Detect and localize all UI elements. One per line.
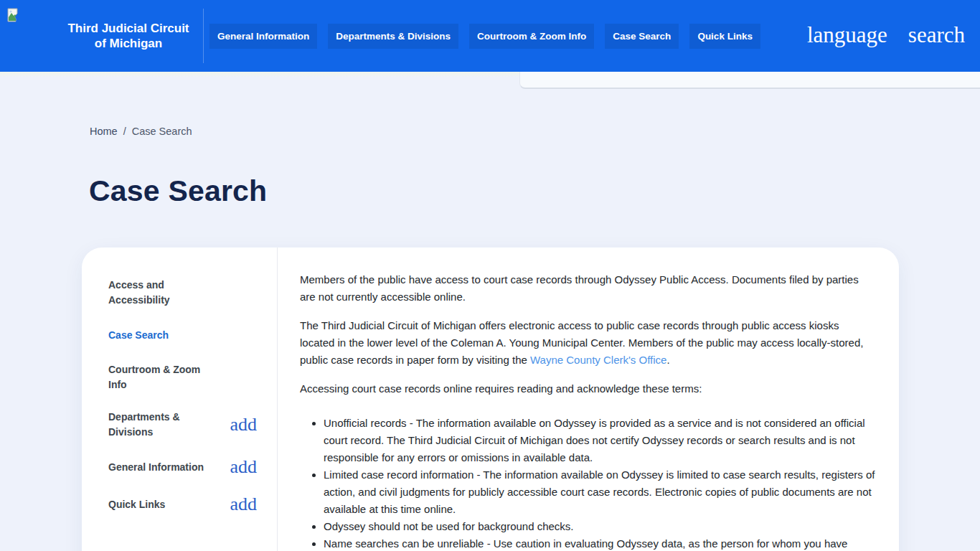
main-content: Members of the public have access to cou…: [278, 248, 899, 551]
sidebar-item-quick-links: Quick Links add: [108, 494, 257, 514]
bullet-name-searches: Name searches can be unreliable - Use ca…: [324, 535, 876, 551]
sidebar-link[interactable]: General Information: [108, 460, 204, 475]
sidebar-item-access-accessibility: Access and Accessibility: [108, 278, 257, 308]
section-sidebar: Access and Accessibility Case Search Cou…: [82, 248, 278, 551]
sidebar-item-departments-divisions: Departments & Divisions add: [108, 410, 257, 440]
wayne-county-clerk-link[interactable]: Wayne County Clerk's Office: [530, 354, 666, 366]
sidebar-link[interactable]: Departments & Divisions: [108, 410, 216, 440]
breadcrumb-current: Case Search: [132, 126, 192, 137]
search-icon[interactable]: search: [908, 22, 965, 48]
add-expand-icon[interactable]: add: [230, 458, 257, 476]
nav-case-search[interactable]: Case Search: [605, 24, 679, 49]
bullet-background-checks: Odyssey should not be used for backgroun…: [324, 518, 876, 535]
sidebar-link[interactable]: Quick Links: [108, 497, 165, 512]
header-search-input[interactable]: [520, 72, 980, 88]
site-title-line1: Third Judicial Circuit: [65, 21, 192, 36]
paragraph-kiosks-period: .: [666, 354, 669, 366]
page: Third Judicial Circuit of Michigan Gener…: [0, 0, 980, 551]
sidebar-link[interactable]: Access and Accessibility: [108, 278, 216, 308]
page-title: Case Search: [89, 174, 267, 208]
header-actions: language search: [807, 22, 965, 48]
add-expand-icon[interactable]: add: [230, 496, 257, 513]
header-search-panel: [519, 72, 980, 89]
sidebar-link[interactable]: Courtroom & Zoom Info: [108, 362, 216, 392]
sidebar-item-general-information: General Information add: [108, 457, 257, 477]
nav-departments-divisions[interactable]: Departments & Divisions: [328, 24, 458, 49]
main-nav: General Information Departments & Divisi…: [209, 24, 760, 49]
sidebar-item-case-search: Case Search: [108, 325, 257, 345]
terms-list: Unofficial records - The information ava…: [300, 415, 876, 551]
sidebar-link-active[interactable]: Case Search: [108, 328, 169, 343]
bullet-limited-information: Limited case record information - The in…: [324, 466, 876, 518]
paragraph-odyssey-access: Members of the public have access to cou…: [300, 271, 876, 306]
nav-quick-links[interactable]: Quick Links: [689, 24, 760, 49]
nav-general-information[interactable]: General Information: [209, 24, 317, 49]
site-title-line2: of Michigan: [65, 36, 192, 51]
add-expand-icon[interactable]: add: [230, 416, 257, 433]
paragraph-kiosks: The Third Judicial Circuit of Michigan o…: [300, 317, 876, 369]
bullet-unofficial-records: Unofficial records - The information ava…: [324, 415, 876, 466]
paragraph-terms-intro: Accessing court case records online requ…: [300, 380, 876, 397]
content-card: Access and Accessibility Case Search Cou…: [82, 248, 899, 551]
nav-courtroom-zoom-info[interactable]: Courtroom & Zoom Info: [469, 24, 594, 49]
breadcrumb-separator: /: [123, 126, 126, 137]
breadcrumb: Home / Case Search: [90, 126, 192, 137]
broken-logo-image-icon[interactable]: [6, 7, 22, 23]
header: Third Judicial Circuit of Michigan Gener…: [0, 0, 980, 72]
language-icon[interactable]: language: [807, 22, 887, 48]
site-title[interactable]: Third Judicial Circuit of Michigan: [65, 21, 192, 51]
header-divider: [203, 9, 204, 63]
sidebar-item-courtroom-zoom-info: Courtroom & Zoom Info: [108, 362, 257, 392]
breadcrumb-home-link[interactable]: Home: [90, 126, 118, 137]
